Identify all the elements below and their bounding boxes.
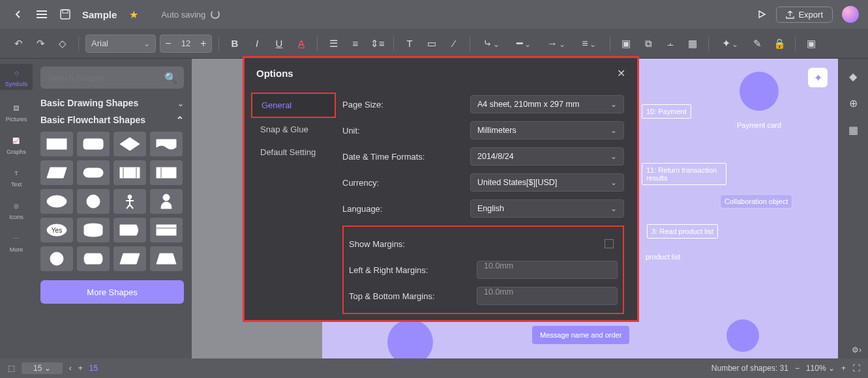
bold-button[interactable]: B — [226, 35, 244, 53]
select-page-size[interactable]: A4 sheet, 210mm x 297 mm — [470, 95, 624, 113]
node-read-product[interactable]: 3: Read product list — [647, 224, 718, 239]
text-tool-button[interactable]: T — [400, 35, 419, 53]
node-product-list[interactable]: product list — [642, 250, 684, 263]
add-page-icon[interactable]: ⊕ — [849, 97, 858, 109]
shape-person[interactable] — [113, 189, 146, 214]
node-payment[interactable]: 10: Payment — [642, 104, 691, 119]
underline-button[interactable]: U — [270, 35, 288, 53]
line-style-button[interactable]: ━ — [509, 37, 538, 50]
shape-cylinder[interactable] — [77, 218, 110, 242]
zoom-in-button[interactable]: + — [841, 364, 846, 373]
shape-stadium[interactable] — [77, 160, 110, 185]
arrow-style-button[interactable]: → — [542, 38, 571, 50]
rail-more[interactable]: ⋯More — [10, 232, 23, 253]
node-collaboration[interactable]: Collaboration object — [720, 194, 792, 209]
align-vertical-button[interactable]: ☰ — [324, 35, 342, 53]
prev-page-button[interactable]: ‹ — [69, 364, 72, 373]
font-size-stepper[interactable]: − 12 + — [160, 35, 212, 53]
shape-manual[interactable] — [113, 246, 146, 271]
distribute-button[interactable]: ▦ — [683, 35, 702, 53]
search-shapes[interactable]: 🔍 — [40, 66, 184, 89]
shape-cylinder-h[interactable] — [77, 246, 110, 271]
canvas-circle-1[interactable] — [740, 72, 779, 111]
node-message[interactable]: Message name and order — [532, 326, 629, 344]
edit-button[interactable]: ✎ — [748, 35, 766, 53]
export-button[interactable]: Export — [776, 7, 833, 23]
shape-tool-button[interactable]: ▭ — [423, 35, 441, 53]
shape-circle[interactable] — [77, 189, 110, 214]
shape-wave[interactable] — [150, 132, 183, 156]
category-basic-flowchart[interactable]: Basic Flowchart Shapes⌃ — [40, 115, 184, 125]
shape-yes[interactable]: Yes — [40, 218, 73, 242]
checkbox-show-margins[interactable] — [605, 239, 614, 248]
tab-general[interactable]: General — [251, 93, 336, 118]
select-unit[interactable]: Millimeters — [470, 121, 624, 139]
category-basic-drawing[interactable]: Basic Drawing Shapes — [40, 98, 184, 108]
font-family-select[interactable]: Arial — [85, 35, 156, 53]
ai-sparkle-button[interactable]: ✦ — [808, 68, 828, 87]
effects-button[interactable]: ✦ — [715, 37, 744, 50]
font-color-button[interactable]: A — [292, 35, 310, 53]
menu-button[interactable] — [33, 5, 51, 23]
add-page-button[interactable]: + — [78, 364, 83, 373]
shape-trapezoid[interactable] — [150, 246, 183, 271]
shape-flag[interactable] — [113, 218, 146, 242]
settings-toggle-icon[interactable]: ⚙› — [852, 345, 861, 355]
node-return-transaction[interactable]: 11: Return transaction results — [642, 163, 726, 185]
tab-default-setting[interactable]: Default Setting — [251, 141, 336, 164]
shape-parallelogram[interactable] — [40, 160, 73, 185]
select-currency[interactable]: United States[$][USD] — [470, 173, 624, 192]
rail-pictures[interactable]: 🖼Pictures — [6, 102, 27, 123]
rail-symbols[interactable]: ◇Symbols — [0, 64, 33, 90]
font-size-decrease[interactable]: − — [160, 38, 176, 50]
favorite-star-icon[interactable]: ★ — [125, 5, 143, 23]
copy-button[interactable]: ⧉ — [639, 35, 657, 53]
tab-snap-glue[interactable]: Snap & Glue — [251, 118, 336, 141]
presentation-button[interactable]: ▣ — [802, 35, 820, 53]
save-icon[interactable] — [56, 5, 74, 23]
fullscreen-button[interactable]: ⛶ — [852, 364, 860, 373]
zoom-out-button[interactable]: − — [795, 364, 800, 373]
shape-ellipse[interactable] — [40, 189, 73, 214]
lock-button[interactable]: 🔒 — [770, 35, 788, 53]
fill-tool-icon[interactable]: ◆ — [849, 70, 857, 83]
shape-actor[interactable] — [150, 189, 183, 214]
line-spacing-button[interactable]: ⇕≡ — [368, 35, 387, 53]
canvas-circle-3[interactable] — [726, 319, 759, 352]
shape-subprocess[interactable] — [113, 160, 146, 185]
close-button[interactable]: ✕ — [617, 67, 625, 80]
rail-text[interactable]: TText — [10, 167, 23, 188]
shape-diamond[interactable] — [113, 132, 146, 156]
back-button[interactable] — [9, 5, 27, 23]
align-objects-button[interactable]: ⫠ — [661, 35, 680, 53]
shape-card[interactable] — [150, 218, 183, 242]
search-input[interactable] — [47, 73, 159, 83]
redo-button[interactable]: ↷ — [31, 35, 50, 53]
zoom-level[interactable]: 110% ⌄ — [806, 364, 835, 373]
shape-circle-outline[interactable] — [40, 246, 73, 271]
input-lr-margins[interactable]: 10.0mm — [477, 261, 618, 279]
grid-icon[interactable]: ▦ — [848, 124, 858, 136]
shape-subprocess2[interactable] — [150, 160, 183, 185]
page-width-select[interactable]: 15 ⌄ — [22, 362, 63, 374]
font-size-increase[interactable]: + — [196, 38, 211, 50]
select-language[interactable]: English — [470, 199, 624, 218]
format-painter-button[interactable]: ◇ — [53, 35, 72, 53]
canvas-circle-2[interactable] — [387, 319, 433, 358]
current-page[interactable]: 15 — [89, 364, 98, 373]
input-tb-margins[interactable]: 10.0mm — [477, 287, 618, 305]
connector-style-button[interactable]: ⤷ — [477, 37, 505, 50]
line-tool-button[interactable]: ∕ — [445, 35, 463, 53]
italic-button[interactable]: I — [248, 35, 266, 53]
rail-icons[interactable]: ◎Icons — [9, 199, 23, 220]
shape-rectangle[interactable] — [40, 132, 73, 156]
play-button[interactable] — [753, 5, 771, 23]
undo-button[interactable]: ↶ — [9, 35, 27, 53]
shape-rounded-rect[interactable] — [77, 132, 110, 156]
layer-button[interactable]: ▣ — [617, 35, 635, 53]
more-shapes-button[interactable]: More Shapes — [40, 280, 184, 304]
align-horizontal-button[interactable]: ≡ — [346, 35, 365, 53]
page-layout-icon[interactable]: ⬚ — [8, 364, 15, 373]
user-avatar[interactable] — [842, 6, 859, 23]
node-payment-card[interactable]: Payment card — [733, 119, 785, 132]
